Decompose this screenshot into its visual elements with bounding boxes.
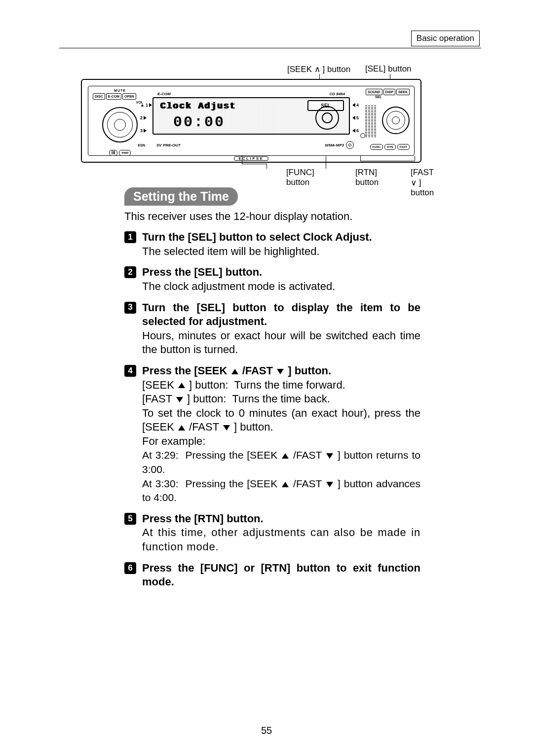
step-5: 5 Press the [RTN] button. At this time, …	[124, 512, 420, 554]
page-number: 55	[0, 725, 533, 736]
step-body: At this time, other adjustments can also…	[142, 526, 420, 554]
sel-knob[interactable]	[382, 107, 410, 134]
wedge-down-icon	[223, 425, 230, 431]
leader-line	[360, 156, 361, 161]
leader-line	[242, 164, 266, 164]
step-number-badge: 1	[124, 231, 136, 243]
callout-rtn: [RTN] button	[355, 168, 379, 187]
preset-rows: ▲ 1 4 2 5 3 6	[140, 99, 361, 138]
receiver-illustration: MUTE DISC E-COM OPEN VOL ESN FM AM PWR E…	[81, 79, 421, 163]
right-control-cluster: SOUND DISP SEEK SEL FUNC RTN FAST	[355, 89, 410, 153]
step-head: Press the [FUNC] or [RTN] button to exit…	[142, 562, 420, 588]
content-column: Setting the Time This receiver uses the …	[124, 187, 420, 589]
sound-button[interactable]: SOUND	[366, 89, 382, 95]
fast-button[interactable]: FAST	[397, 144, 410, 150]
bottom-right-button-row: FUNC RTN FAST	[355, 144, 410, 150]
preset-2[interactable]: 2	[140, 115, 149, 120]
leader-line	[242, 156, 242, 164]
indicator-dot	[360, 133, 365, 138]
top-right-button-row: SOUND DISP SEEK	[355, 89, 410, 95]
vol-label: VOL	[93, 101, 147, 104]
step-body: The clock adjustment mode is activated.	[142, 280, 420, 294]
step-body: [SEEK ] button: Turns the time forward. …	[142, 378, 420, 505]
section-intro: This receiver uses the 12-hour display n…	[124, 210, 420, 223]
wedge-up-icon	[231, 369, 238, 374]
step-3: 3 Turn the [SEL] button to display the i…	[124, 301, 420, 357]
step-body: The selected item will be highlighted.	[142, 245, 420, 259]
preset-3[interactable]: 3	[140, 128, 149, 133]
leader-line	[360, 161, 415, 161]
step-head: Turn the [SEL] button to select Clock Ad…	[142, 231, 372, 243]
disp-button[interactable]: DISP	[383, 89, 395, 95]
header-category-box: Basic operation	[411, 31, 480, 46]
wedge-up-icon	[282, 482, 289, 487]
section-heading: Setting the Time	[124, 187, 238, 206]
ecom-button[interactable]: E-COM	[106, 93, 121, 100]
center-bottom-band: SV PRE-OUT WMA·MP3	[152, 141, 358, 149]
model-label: CD 8454	[329, 92, 345, 96]
func-button[interactable]: FUNC	[370, 144, 383, 150]
wedge-up-icon	[178, 425, 185, 431]
bottom-left-button-row: FM AM PWR	[93, 150, 147, 156]
eclipse-brand-badge: ECLIPSE	[234, 156, 268, 161]
step-head: Press the [SEL] button.	[142, 266, 262, 278]
sel-small-label: SEL	[355, 95, 410, 99]
leader-line	[266, 164, 267, 169]
wedge-down-icon	[326, 453, 333, 459]
rtn-button[interactable]: RTN	[384, 144, 395, 150]
step-head: Press the [RTN] button.	[142, 512, 264, 525]
disc-button[interactable]: DISC	[93, 93, 105, 100]
step-2: 2 Press the [SEL] button. The clock adju…	[124, 265, 420, 293]
manual-page: Basic operation [SEEK ∧ ] button [SEL] b…	[0, 0, 533, 756]
wedge-down-icon	[277, 369, 284, 374]
step-number-badge: 2	[124, 266, 136, 278]
decorative-stripes	[365, 106, 376, 137]
step-head: Turn the [SEL] button to display the ite…	[142, 301, 420, 328]
esn-label: ESN	[93, 144, 147, 147]
wma-mp3-label: WMA·MP3	[325, 143, 344, 147]
wedge-up-icon	[178, 383, 185, 388]
step-body: Hours, minutes or exact hour will be swi…	[142, 329, 420, 357]
center-top-band: E-COM CD 8454	[152, 92, 350, 96]
sv-preout-label: SV PRE-OUT	[156, 143, 181, 147]
header-category-text: Basic operation	[417, 34, 474, 43]
wedge-down-icon	[326, 482, 333, 487]
mute-label: MUTE	[93, 89, 147, 92]
step-head: Press the [SEEK /FAST ] button.	[142, 364, 331, 377]
step-4: 4 Press the [SEEK /FAST ] button. [SEEK …	[124, 364, 420, 505]
step-number-badge: 6	[124, 562, 136, 574]
left-control-cluster: MUTE DISC E-COM OPEN VOL ESN FM AM PWR	[93, 89, 147, 153]
step-number-badge: 3	[124, 302, 136, 314]
callout-seek-up: [SEEK ∧ ] button	[287, 64, 350, 74]
leader-line	[319, 74, 320, 79]
leader-line	[415, 156, 415, 161]
fm-am-button[interactable]: FM AM	[109, 150, 118, 156]
brand-label: E-COM	[157, 92, 171, 96]
callout-func: [FUNC] button	[286, 168, 314, 187]
step-number-badge: 5	[124, 513, 136, 525]
wedge-up-icon	[282, 453, 289, 459]
header-rule	[59, 48, 481, 48]
open-button[interactable]: OPEN	[122, 93, 136, 100]
step-1: 1 Turn the [SEL] button to select Clock …	[124, 230, 420, 258]
wedge-down-icon	[176, 397, 183, 402]
compact-disc-icon	[346, 141, 354, 149]
top-left-button-row: DISC E-COM OPEN	[93, 93, 147, 100]
volume-knob[interactable]	[102, 107, 138, 143]
preset-1[interactable]: ▲ 1	[140, 103, 149, 108]
step-6: 6 Press the [FUNC] or [RTN] button to ex…	[124, 561, 420, 589]
leader-line	[326, 156, 326, 169]
step-list: 1 Turn the [SEL] button to select Clock …	[124, 230, 420, 589]
step-number-badge: 4	[124, 365, 136, 377]
pwr-button[interactable]: PWR	[119, 150, 131, 156]
seek-button[interactable]: SEEK	[396, 89, 410, 95]
callout-sel: [SEL] button	[365, 64, 412, 74]
